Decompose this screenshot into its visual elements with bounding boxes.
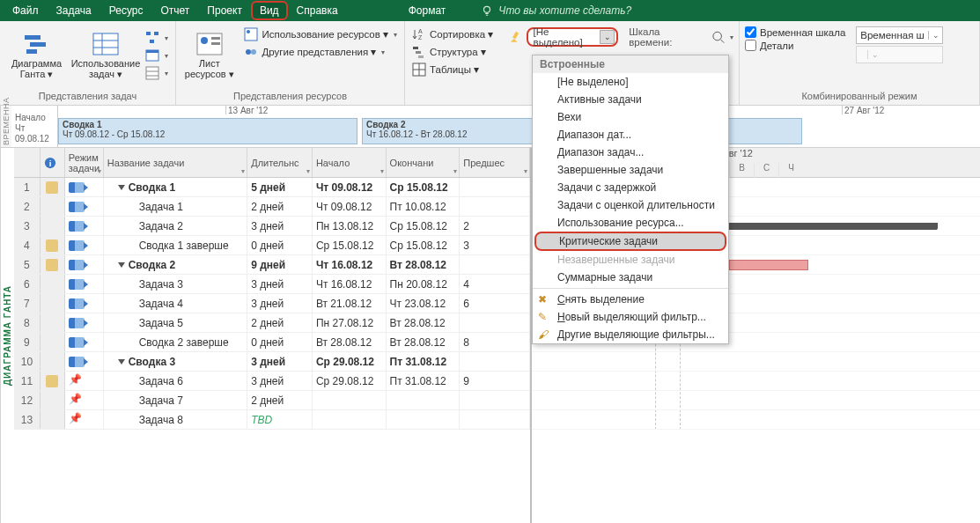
auto-schedule-icon [69, 337, 85, 348]
indicator-icon [46, 259, 58, 271]
timeline-body[interactable]: 13 Авг '12 27 Авг '12 Сводка 1Чт 09.08.1… [57, 106, 980, 147]
svg-rect-10 [150, 40, 154, 43]
group-label-split: Комбинированный режим [745, 91, 974, 103]
highlight-option[interactable]: Диапазон задач... [533, 144, 728, 161]
auto-schedule-icon [69, 260, 85, 270]
table-row[interactable]: 8Задача 52 днейПн 27.08.12Вт 28.08.12 [14, 313, 530, 333]
table-row[interactable]: 7Задача 43 днейВт 21.08.12Чт 23.08.126 [14, 294, 530, 313]
svg-rect-13 [146, 67, 158, 79]
collapse-icon[interactable] [118, 359, 125, 365]
menu-project[interactable]: Проект [198, 1, 251, 20]
tell-me-search[interactable]: Что вы хотите сделать? [481, 4, 631, 17]
menu-help[interactable]: Справка [288, 1, 347, 20]
gantt-row [532, 391, 980, 410]
table-row[interactable]: 4Сводка 1 заверше0 днейСр 15.08.12Ср 15.… [14, 236, 530, 255]
outline-button[interactable]: Структура ▾ [410, 44, 495, 60]
table-row[interactable]: 9Сводка 2 заверше0 днейВт 28.08.12Вт 28.… [14, 333, 530, 352]
other-resource-views-button[interactable]: Другие представления ▾▾ [242, 44, 399, 60]
resource-sheet-icon [195, 32, 224, 56]
col-rownum[interactable] [14, 148, 41, 177]
menu-format[interactable]: Формат [400, 1, 455, 20]
task-usage-button[interactable]: Использование задач ▾ [73, 25, 138, 86]
resource-usage-icon [244, 27, 258, 41]
table-row[interactable]: 11Задача 63 днейСр 29.08.12Пт 31.08.129 [14, 372, 530, 391]
sort-button[interactable]: AZСортировка ▾ [410, 26, 495, 42]
zoom-icon[interactable] [711, 30, 725, 44]
tables-button[interactable]: Таблицы ▾ [410, 62, 495, 77]
col-mode[interactable]: Режим задачи▾ [65, 148, 104, 177]
menu-report[interactable]: Отчет [151, 1, 198, 20]
auto-schedule-icon [69, 182, 85, 193]
gantt-task-bar[interactable] [729, 260, 808, 270]
highlight-option[interactable]: Завершенные задачи [533, 161, 728, 179]
table-row[interactable]: 13Задача 8TBD [14, 410, 530, 430]
network-diagram-button[interactable]: ▾ [144, 30, 170, 46]
menu-resource[interactable]: Ресурс [100, 1, 152, 20]
highlight-option[interactable]: Критические задачи [534, 232, 726, 251]
highlight-action[interactable]: ✎Новый выделяющий фильтр... [533, 308, 728, 326]
highlight-filter-menu: Встроенные [Не выделено]Активные задачиВ… [532, 55, 729, 344]
svg-rect-4 [93, 33, 118, 55]
timeline-summary-1[interactable]: Сводка 1Чт 09.08.12 - Ср 15.08.12 [58, 118, 357, 144]
timeline-panel: ВРЕМЕННА Начало Чт 09.08.12 13 Авг '12 2… [0, 106, 980, 148]
highlight-option[interactable]: Диапазон дат... [533, 126, 728, 144]
menu-task[interactable]: Задача [48, 1, 100, 20]
highlight-option[interactable]: Задачи с оценкой длительности [533, 196, 728, 214]
auto-schedule-icon [69, 221, 85, 232]
table-row[interactable]: 6Задача 33 днейЧт 16.08.12Пн 20.08.124 [14, 275, 530, 294]
table-row[interactable]: 5Сводка 29 днейЧт 16.08.12Вт 28.08.12 [14, 255, 530, 275]
table-row[interactable]: 1Сводка 15 днейЧт 09.08.12Ср 15.08.12 [14, 178, 530, 197]
table-row[interactable]: 3Задача 23 днейПн 13.08.12Ср 15.08.122 [14, 217, 530, 236]
timeline-side-label: ВРЕМЕННА [0, 106, 11, 147]
highlight-icon [509, 30, 522, 44]
highlight-option[interactable]: Активные задачи [533, 91, 728, 108]
highlight-option[interactable]: Вехи [533, 108, 728, 126]
menu-view[interactable]: Вид [251, 1, 288, 20]
group-label-resource-views: Представления ресурсов [181, 91, 399, 103]
other-task-views-button[interactable]: ▾ [144, 65, 170, 81]
highlight-filter-dropdown[interactable]: [Не выделено] ⌄ [527, 27, 619, 47]
calendar-button[interactable]: ▾ [144, 48, 170, 63]
highlight-option[interactable]: Использование ресурса... [533, 214, 728, 232]
other-views-icon [244, 45, 258, 59]
menu-file[interactable]: Файл [4, 1, 48, 20]
resource-sheet-button[interactable]: Лист ресурсов ▾ [181, 25, 237, 86]
highlight-option[interactable]: Задачи с задержкой [533, 179, 728, 196]
table-row[interactable]: 2Задача 12 днейЧт 09.08.12Пт 10.08.12 [14, 197, 530, 217]
col-info[interactable]: i [41, 148, 65, 177]
gantt-chart-button[interactable]: Диаграмма Ганта ▾ [5, 25, 68, 86]
details-checkbox[interactable]: Детали [745, 40, 845, 51]
highlight-option[interactable]: [Не выделено] [533, 73, 728, 91]
svg-rect-26 [413, 47, 418, 49]
col-predecessors[interactable]: Предшес▾ [460, 148, 530, 177]
highlight-option[interactable]: Незавершенные задачи [533, 251, 728, 269]
collapse-icon[interactable] [118, 185, 125, 190]
col-name[interactable]: Название задачи▾ [104, 148, 247, 177]
table-row[interactable]: 10Сводка 33 днейСр 29.08.12Пт 31.08.12 [14, 352, 530, 372]
collapse-icon[interactable] [118, 262, 125, 268]
timeline-combo[interactable]: Временная ш⌄ [856, 26, 943, 44]
resource-usage-button[interactable]: Использование ресурсов ▾▾ [242, 26, 399, 42]
details-combo[interactable]: ⌄ [856, 46, 943, 63]
col-duration[interactable]: Длительнс▾ [247, 148, 313, 177]
timeline-checkbox[interactable]: Временная шкала [745, 26, 845, 38]
svg-rect-20 [245, 28, 257, 41]
manual-schedule-icon [69, 414, 83, 426]
action-icon: ✎ [538, 311, 552, 325]
auto-schedule-icon [69, 240, 85, 251]
svg-rect-2 [30, 42, 46, 47]
col-start[interactable]: Начало▾ [313, 148, 387, 177]
menu-bar: Файл Задача Ресурс Отчет Проект Вид Спра… [0, 0, 980, 21]
indicator-icon [46, 181, 58, 194]
col-finish[interactable]: Окончани▾ [387, 148, 461, 177]
highlight-action[interactable]: 🖌Другие выделяющие фильтры... [533, 326, 728, 343]
sort-icon: AZ [412, 27, 426, 41]
outline-icon [412, 45, 426, 59]
group-label-task-views: Представления задач [5, 91, 170, 103]
table-row[interactable]: 12Задача 72 дней [14, 391, 530, 410]
main-area: ДИАГРАММА ГАНТА i Режим задачи▾ Название… [0, 148, 980, 523]
highlight-option[interactable]: Суммарные задачи [533, 269, 728, 286]
highlight-action[interactable]: ✖Снять выделение [533, 291, 728, 308]
svg-rect-28 [418, 55, 424, 58]
svg-point-21 [247, 30, 250, 33]
